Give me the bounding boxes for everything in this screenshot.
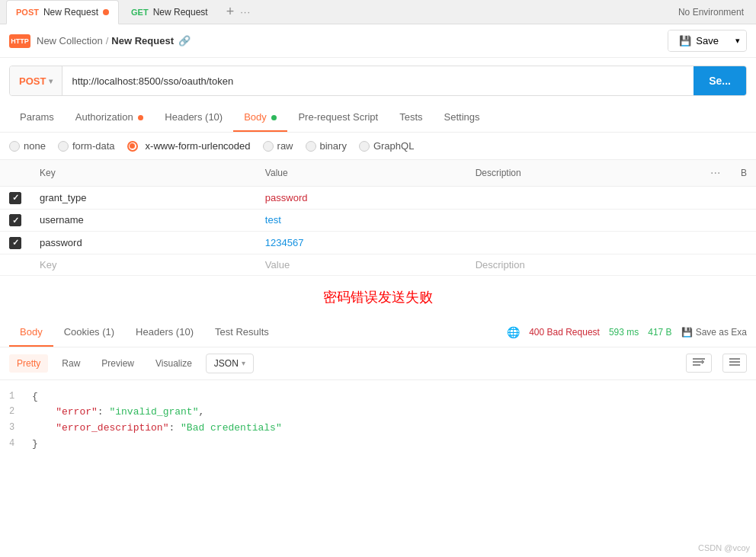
- radio-binary-circle: [306, 141, 316, 152]
- word-wrap-icon: [693, 357, 705, 367]
- tab-authorization[interactable]: Authorization: [65, 104, 155, 132]
- save-disk-icon: 💾: [679, 35, 691, 46]
- send-button[interactable]: Se...: [694, 66, 746, 95]
- tab-actions: + ···: [226, 4, 251, 20]
- tab-get-new-request[interactable]: GET New Request: [122, 0, 217, 24]
- empty-value[interactable]: Value: [256, 254, 466, 275]
- code-content: {: [32, 389, 38, 405]
- json-value: "Bad credentials": [181, 422, 282, 434]
- code-content: }: [32, 437, 38, 453]
- format-selector[interactable]: JSON ▾: [206, 354, 254, 373]
- response-body: 1 { 2 "error": "invalid_grant", 3 "error…: [0, 380, 756, 462]
- breadcrumb: New Collection / New Request: [37, 35, 174, 46]
- fmt-tab-visualize[interactable]: Visualize: [148, 354, 200, 373]
- radio-none-label: none: [24, 140, 46, 152]
- http-icon: HTTP: [9, 34, 30, 48]
- desc-cell-2[interactable]: [466, 232, 701, 254]
- res-tab-headers[interactable]: Headers (10): [125, 319, 204, 347]
- environment-selector[interactable]: No Environment: [678, 7, 744, 18]
- tab-body-label: Body: [244, 111, 267, 123]
- empty-key[interactable]: Key: [30, 254, 256, 275]
- res-tab-headers-label: Headers (10): [136, 326, 194, 338]
- word-wrap-button[interactable]: [686, 354, 712, 373]
- header: HTTP New Collection / New Request 🔗 💾 Sa…: [0, 24, 756, 58]
- tab-authorization-label: Authorization: [75, 111, 133, 123]
- desc-cell-1[interactable]: [466, 209, 701, 232]
- key-cell-0[interactable]: grant_type: [30, 187, 256, 210]
- radio-form-data[interactable]: form-data: [58, 140, 115, 152]
- tab-pre-request-label: Pre-request Script: [298, 111, 378, 123]
- radio-raw-label: raw: [277, 140, 293, 152]
- more-tabs-button[interactable]: ···: [240, 6, 251, 18]
- row-checkbox-2[interactable]: [9, 237, 21, 249]
- value-cell-1[interactable]: test: [256, 209, 466, 232]
- tab-title-post: New Request: [43, 7, 98, 18]
- radio-raw-circle: [263, 141, 274, 152]
- fmt-tab-raw[interactable]: Raw: [54, 354, 88, 373]
- status-code: 400 Bad Request: [529, 327, 600, 338]
- key-cell-1[interactable]: username: [30, 209, 256, 232]
- tab-headers[interactable]: Headers (10): [154, 104, 233, 132]
- row-checkbox-0[interactable]: [9, 192, 21, 204]
- radio-urlencoded[interactable]: x-www-form-urlencoded: [127, 140, 251, 152]
- method-selector[interactable]: POST ▾: [10, 66, 62, 95]
- radio-none[interactable]: none: [9, 140, 46, 152]
- tab-params[interactable]: Params: [9, 104, 65, 132]
- res-tab-test-results-label: Test Results: [215, 326, 269, 338]
- save-dropdown-arrow[interactable]: ▾: [729, 31, 746, 50]
- body-badge: [271, 115, 277, 120]
- fmt-tab-pretty[interactable]: Pretty: [9, 354, 48, 373]
- radio-binary[interactable]: binary: [306, 140, 347, 152]
- row-checkbox-1[interactable]: [9, 214, 21, 226]
- col-key-header: Key: [30, 160, 256, 187]
- format-tabs: Pretty Raw Preview Visualize JSON ▾: [0, 347, 756, 380]
- radio-graphql[interactable]: GraphQL: [359, 140, 414, 152]
- line-number: 3: [9, 421, 32, 437]
- empty-desc[interactable]: Description: [466, 254, 701, 275]
- params-table: Key Value Description ··· B grant_type p…: [0, 160, 756, 276]
- json-key: "error_description": [56, 422, 168, 434]
- json-key: "error": [56, 406, 98, 418]
- tab-title-get: New Request: [153, 7, 208, 18]
- format-arrow-icon: ▾: [242, 359, 245, 367]
- tab-dot: [103, 9, 109, 15]
- breadcrumb-collection[interactable]: New Collection: [37, 35, 103, 46]
- tab-headers-label: Headers (10): [165, 111, 223, 123]
- save-button[interactable]: 💾 Save: [668, 30, 729, 51]
- save-as-example-button[interactable]: 💾 Save as Exa: [681, 327, 747, 338]
- tab-body[interactable]: Body: [233, 104, 287, 132]
- tab-post-new-request[interactable]: POST New Request: [6, 0, 119, 24]
- request-tabs: Params Authorization Headers (10) Body P…: [0, 104, 756, 133]
- add-tab-button[interactable]: +: [226, 4, 235, 20]
- radio-graphql-label: GraphQL: [373, 140, 414, 152]
- body-type-selector: none form-data x-www-form-urlencoded raw…: [0, 133, 756, 160]
- extra-options-button[interactable]: [722, 354, 747, 373]
- value-cell-0[interactable]: password: [256, 187, 466, 210]
- res-tab-cookies[interactable]: Cookies (1): [53, 319, 125, 347]
- table-row-empty: Key Value Description: [0, 254, 756, 275]
- line-number: 2: [9, 405, 32, 421]
- more-options-button[interactable]: ···: [710, 166, 720, 179]
- res-tab-body[interactable]: Body: [9, 319, 53, 347]
- radio-none-circle: [9, 141, 20, 152]
- line-number: 4: [9, 437, 32, 453]
- key-cell-2[interactable]: password: [30, 232, 256, 254]
- radio-form-data-label: form-data: [72, 140, 115, 152]
- tab-settings[interactable]: Settings: [434, 104, 491, 132]
- value-cell-2[interactable]: 1234567: [256, 232, 466, 254]
- code-line-2: 2 "error": "invalid_grant",: [0, 405, 756, 421]
- fmt-tab-preview[interactable]: Preview: [94, 354, 142, 373]
- res-tab-test-results[interactable]: Test Results: [204, 319, 280, 347]
- radio-raw[interactable]: raw: [263, 140, 293, 152]
- url-input[interactable]: [62, 75, 694, 87]
- table-row: password 1234567: [0, 232, 756, 254]
- tab-params-label: Params: [20, 111, 54, 123]
- bulk-edit-header: B: [732, 160, 756, 187]
- desc-cell-0[interactable]: [466, 187, 701, 210]
- tab-tests[interactable]: Tests: [389, 104, 433, 132]
- link-icon[interactable]: 🔗: [178, 35, 191, 46]
- radio-urlencoded-circle: [127, 141, 138, 152]
- breadcrumb-current: New Request: [111, 35, 174, 46]
- tab-pre-request[interactable]: Pre-request Script: [287, 104, 389, 132]
- col-desc-header: Description: [466, 160, 701, 187]
